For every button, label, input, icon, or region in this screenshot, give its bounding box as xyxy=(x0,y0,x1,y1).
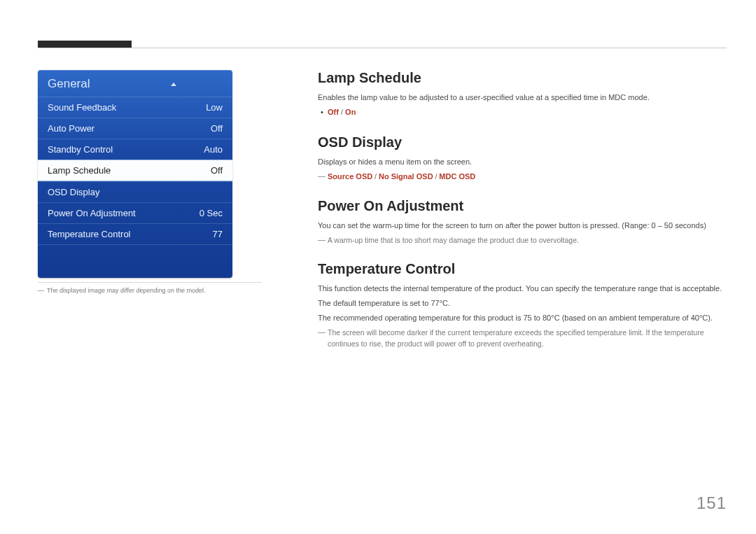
osd-options: Source OSD / No Signal OSD / MDC OSD xyxy=(318,171,727,183)
section-osd-display: OSD Display Displays or hides a menu ite… xyxy=(318,134,727,183)
heading-lamp-schedule: Lamp Schedule xyxy=(318,70,727,86)
heading-osd-display: OSD Display xyxy=(318,134,727,150)
section-lamp-schedule: Lamp Schedule Enables the lamp value to … xyxy=(318,70,727,119)
power-note: A warm-up time that is too short may dam… xyxy=(318,234,727,246)
osd-row-value: 0 Sec xyxy=(200,208,223,218)
heading-power-on-adjustment: Power On Adjustment xyxy=(318,198,727,214)
temp-note: The screen will become darker if the cur… xyxy=(318,327,727,350)
option-on: On xyxy=(345,108,356,116)
section-temperature-control: Temperature Control This function detect… xyxy=(318,261,727,350)
osd-row-power-on-adjustment[interactable]: Power On Adjustment 0 Sec xyxy=(38,202,232,223)
option-mdc-osd: MDC OSD xyxy=(439,172,475,181)
power-desc: You can set the warm-up time for the scr… xyxy=(318,220,727,232)
osd-row-lamp-schedule[interactable]: Lamp Schedule Off xyxy=(38,160,232,181)
osd-row-label: Sound Feedback xyxy=(48,102,116,113)
osd-row-auto-power[interactable]: Auto Power Off xyxy=(38,118,232,139)
content-area: Lamp Schedule Enables the lamp value to … xyxy=(318,70,727,365)
section-power-on-adjustment: Power On Adjustment You can set the warm… xyxy=(318,198,727,246)
option-off: Off xyxy=(328,108,339,116)
osd-row-sound-feedback[interactable]: Sound Feedback Low xyxy=(38,97,232,118)
osd-row-temperature-control[interactable]: Temperature Control 77 xyxy=(38,223,232,244)
osd-row-value: Auto xyxy=(204,144,223,155)
osd-row-value: Off xyxy=(211,123,223,134)
osd-caption: ―The displayed image may differ dependin… xyxy=(38,282,262,294)
temp-desc1: This function detects the internal tempe… xyxy=(318,283,727,295)
osd-row-label: Lamp Schedule xyxy=(48,165,111,176)
osd-row-label: Standby Control xyxy=(48,144,113,155)
option-source-osd: Source OSD xyxy=(328,172,372,181)
osd-caption-text: The displayed image may differ depending… xyxy=(47,287,205,294)
chapter-bar xyxy=(38,41,132,48)
osd-row-label: Temperature Control xyxy=(48,229,131,239)
top-rule xyxy=(38,48,727,48)
osd-row-value: 77 xyxy=(213,229,223,239)
option-no-signal-osd: No Signal OSD xyxy=(379,172,433,181)
temp-desc2: The default temperature is set to 77°C. xyxy=(318,297,727,309)
dash-icon: ― xyxy=(38,287,44,294)
osd-panel: General Sound Feedback Low Auto Power Of… xyxy=(38,70,232,278)
osd-title: General xyxy=(38,70,232,97)
lamp-desc: Enables the lamp value to be adjusted to… xyxy=(318,92,727,104)
lamp-options: Off / On xyxy=(328,106,727,119)
osd-title-text: General xyxy=(48,77,90,90)
osd-row-label: OSD Display xyxy=(48,187,99,197)
page-number: 151 xyxy=(696,493,727,513)
osd-row-value: Low xyxy=(206,102,223,113)
temp-desc3: The recommended operating temperature fo… xyxy=(318,312,727,324)
osd-row-osd-display[interactable]: OSD Display xyxy=(38,181,232,202)
heading-temperature-control: Temperature Control xyxy=(318,261,727,277)
osd-row-standby-control[interactable]: Standby Control Auto xyxy=(38,139,232,160)
osd-row-label: Auto Power xyxy=(48,123,94,134)
osd-desc: Displays or hides a menu item on the scr… xyxy=(318,156,727,168)
up-arrow-icon xyxy=(171,83,176,86)
osd-bottom-space xyxy=(38,244,232,278)
osd-row-value: Off xyxy=(211,165,223,176)
osd-row-label: Power On Adjustment xyxy=(48,208,136,218)
